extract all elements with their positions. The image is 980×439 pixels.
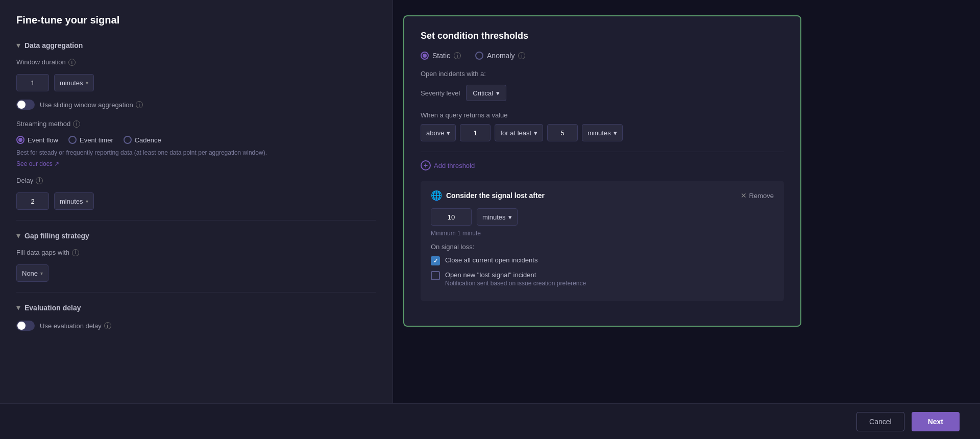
for-at-least-select[interactable]: for at least ▾: [495, 124, 543, 141]
fill-gaps-select[interactable]: None ▾: [16, 264, 48, 282]
open-new-checkbox[interactable]: [431, 271, 440, 280]
window-duration-unit-select[interactable]: minutes ▾: [54, 74, 94, 91]
eval-delay-toggle-row: Use evaluation delay i: [16, 321, 376, 331]
sliding-window-info-icon[interactable]: i: [136, 101, 143, 108]
condition-row: above ▾ for at least ▾ minutes ▾: [421, 124, 784, 141]
streaming-method-label-row: Streaming method i: [16, 120, 376, 128]
open-new-text-block: Open new "lost signal" incident Notifica…: [445, 271, 586, 287]
next-button[interactable]: Next: [912, 412, 960, 431]
fill-gaps-info-icon[interactable]: i: [72, 249, 79, 256]
open-new-label: Open new "lost signal" incident: [445, 271, 586, 280]
modal: Set condition thresholds Static i Anomal…: [403, 15, 801, 327]
signal-lost-title: 🌐 Consider the signal lost after: [431, 190, 545, 201]
streaming-method-label: Streaming method i: [16, 120, 80, 128]
above-select[interactable]: above ▾: [421, 124, 456, 141]
x-icon: ✕: [741, 191, 747, 200]
modal-title: Set condition thresholds: [421, 31, 784, 41]
window-duration-label: Window duration i: [16, 58, 76, 66]
gap-chevron-icon: ▾: [16, 231, 20, 240]
eval-delay-knob: [17, 322, 26, 330]
sliding-window-toggle[interactable]: [16, 100, 35, 110]
signal-unit-chevron-icon: ▾: [508, 213, 512, 221]
severity-row: Severity level Critical ▾: [421, 85, 784, 101]
delay-input[interactable]: [16, 192, 49, 210]
fill-gaps-label: Fill data gaps with i: [16, 249, 79, 256]
for-unit-select[interactable]: minutes ▾: [582, 124, 623, 141]
window-duration-row: Window duration i: [16, 58, 376, 66]
window-duration-inputs: minutes ▾: [16, 74, 376, 91]
evaluation-delay-title: Evaluation delay: [24, 304, 81, 312]
severity-chevron-icon: ▾: [496, 89, 500, 97]
event-timer-radio[interactable]: Event timer: [68, 136, 113, 144]
signal-lost-header: 🌐 Consider the signal lost after ✕ Remov…: [431, 190, 774, 201]
page-title: Fine-tune your signal: [16, 14, 376, 26]
eval-delay-label: Use evaluation delay i: [40, 322, 111, 330]
close-incidents-checkbox[interactable]: [431, 256, 440, 265]
signal-lost-inputs: minutes ▾: [431, 208, 774, 226]
left-panel: Fine-tune your signal ▾ Data aggregation…: [0, 0, 393, 403]
event-flow-radio[interactable]: Event flow: [16, 136, 58, 144]
footer: Cancel Next: [0, 403, 980, 439]
window-duration-info-icon[interactable]: i: [68, 59, 76, 66]
when-label: When a query returns a value: [421, 111, 784, 119]
delay-unit-chevron-icon: ▾: [86, 199, 88, 204]
static-radio-dot: [421, 52, 429, 60]
on-signal-loss-label: On signal loss:: [431, 243, 774, 251]
window-duration-input[interactable]: [16, 74, 49, 91]
delay-label-row: Delay i: [16, 177, 376, 184]
docs-link[interactable]: See our docs ↗: [16, 160, 376, 167]
for-unit-chevron-icon: ▾: [614, 129, 617, 137]
anomaly-info-icon[interactable]: i: [518, 52, 525, 59]
globe-icon: 🌐: [431, 190, 442, 201]
open-new-checkbox-row: Open new "lost signal" incident Notifica…: [431, 271, 774, 287]
open-incidents-label: Open incidents with a:: [421, 70, 784, 78]
severity-select[interactable]: Critical ▾: [466, 85, 506, 101]
none-select-row: None ▾: [16, 264, 376, 282]
add-threshold-button[interactable]: + Add threshold: [421, 160, 784, 170]
fill-gaps-label-row: Fill data gaps with i: [16, 249, 376, 256]
signal-lost-unit-select[interactable]: minutes ▾: [477, 208, 518, 226]
chevron-down-icon: ▾: [16, 40, 20, 50]
fill-gaps-chevron-icon: ▾: [40, 271, 43, 276]
data-aggregation-section-header[interactable]: ▾ Data aggregation: [16, 40, 376, 50]
signal-lost-section: 🌐 Consider the signal lost after ✕ Remov…: [421, 181, 784, 301]
anomaly-radio[interactable]: Anomaly i: [475, 52, 525, 60]
delay-unit-select[interactable]: minutes ▾: [54, 192, 94, 210]
signal-lost-value-input[interactable]: [431, 208, 472, 226]
close-incidents-checkbox-row: Close all current open incidents: [431, 256, 774, 265]
anomaly-radio-dot: [475, 52, 483, 60]
above-chevron-icon: ▾: [447, 129, 450, 137]
gap-filling-section-header[interactable]: ▾ Gap filling strategy: [16, 231, 376, 240]
eval-chevron-icon: ▾: [16, 303, 20, 312]
sliding-window-row: Use sliding window aggregation i: [16, 100, 376, 110]
threshold-type-row: Static i Anomaly i: [421, 52, 784, 60]
unit-chevron-icon: ▾: [86, 80, 88, 86]
data-aggregation-title: Data aggregation: [24, 41, 83, 50]
severity-label: Severity level: [421, 89, 460, 97]
static-radio[interactable]: Static i: [421, 52, 461, 60]
gap-filling-title: Gap filling strategy: [24, 232, 89, 240]
close-incidents-label: Close all current open incidents: [445, 256, 537, 265]
streaming-method-info-icon[interactable]: i: [73, 120, 80, 128]
delay-inputs: minutes ▾: [16, 192, 376, 210]
cancel-button[interactable]: Cancel: [856, 412, 904, 431]
for-least-chevron-icon: ▾: [534, 129, 537, 137]
delay-info-icon[interactable]: i: [36, 177, 43, 184]
eval-delay-toggle[interactable]: [16, 321, 35, 331]
for-value-input[interactable]: [547, 124, 578, 141]
streaming-hint-text: Best for steady or frequently reporting …: [16, 148, 376, 157]
minimum-label: Minimum 1 minute: [431, 230, 774, 237]
evaluation-delay-section-header[interactable]: ▾ Evaluation delay: [16, 303, 376, 312]
open-new-subtext: Notification sent based on issue creatio…: [445, 280, 586, 287]
right-panel: Set condition thresholds Static i Anomal…: [393, 0, 980, 403]
delay-label: Delay i: [16, 177, 43, 184]
cadence-radio-dot: [124, 136, 132, 144]
plus-circle-icon: +: [421, 160, 431, 170]
cadence-radio[interactable]: Cadence: [124, 136, 161, 144]
static-info-icon[interactable]: i: [454, 52, 461, 59]
streaming-method-radio-group: Event flow Event timer Cadence: [16, 136, 376, 144]
remove-signal-lost-button[interactable]: ✕ Remove: [741, 191, 774, 200]
sliding-window-label: Use sliding window aggregation i: [40, 101, 143, 109]
condition-value-input[interactable]: [460, 124, 491, 141]
eval-delay-info-icon[interactable]: i: [104, 322, 111, 329]
